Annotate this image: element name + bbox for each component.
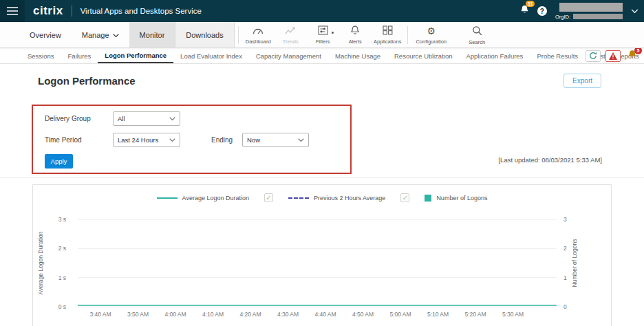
svg-text:5:10 AM: 5:10 AM: [427, 311, 449, 318]
legend-previous-2-hours-average: Previous 2 Hours Average: [288, 195, 385, 202]
monitor-subnav: Sessions Failures Logon Performance Load…: [0, 48, 644, 64]
export-button[interactable]: Export: [564, 74, 601, 88]
alert-error-button[interactable]: [605, 50, 621, 62]
orgid-label: OrgID:: [555, 14, 570, 20]
svg-text:0: 0: [564, 303, 567, 310]
subnav-resource-utilization[interactable]: Resource Utilization: [387, 48, 459, 63]
svg-text:2 s: 2 s: [58, 245, 66, 252]
delivery-group-select[interactable]: All: [113, 111, 180, 126]
hamburger-menu-icon[interactable]: [0, 0, 25, 22]
svg-text:3:50 AM: 3:50 AM: [127, 311, 149, 318]
svg-text:4:40 AM: 4:40 AM: [314, 311, 336, 318]
delivery-group-label: Delivery Group: [45, 115, 91, 122]
nav-tool-search[interactable]: Search: [461, 22, 493, 47]
line-swatch: [157, 197, 178, 199]
nav-tool-trends[interactable]: Trends: [275, 22, 307, 47]
applications-grid-icon: [383, 25, 393, 36]
gear-icon: ⚙: [427, 26, 436, 36]
nav-tab-manage[interactable]: Manage: [72, 22, 129, 47]
svg-text:4:20 AM: 4:20 AM: [239, 311, 261, 318]
nav-tab-overview[interactable]: Overview: [19, 22, 72, 47]
subnav-logon-performance[interactable]: Logon Performance: [98, 48, 173, 63]
redacted-account-name: [559, 3, 623, 12]
last-updated-text: [Last updated: 08/03/2021 5:33 AM]: [498, 156, 602, 164]
exclamation-icon: [609, 50, 617, 63]
square-swatch: [425, 195, 431, 202]
legend-checkbox-previous-2-hours-average[interactable]: ✓: [400, 193, 409, 202]
page-title: Logon Performance: [38, 75, 136, 87]
svg-text:Number of Logons: Number of Logons: [571, 239, 578, 287]
account-block: OrgID:: [555, 3, 623, 20]
refresh-icon: [589, 50, 597, 63]
ending-label: Ending: [211, 136, 233, 144]
filters-dropdown-dot: [332, 32, 334, 34]
svg-text:4:50 AM: 4:50 AM: [352, 311, 374, 318]
section-divider: [0, 177, 644, 178]
account-chevron-down-icon[interactable]: [631, 9, 638, 14]
nav-tool-applications[interactable]: Applications: [372, 22, 404, 47]
ending-select[interactable]: Now: [242, 133, 309, 147]
chevron-down-icon: [113, 31, 119, 39]
svg-text:3: 3: [564, 216, 567, 223]
nav-separator: [407, 26, 408, 44]
topbar-divider: [72, 6, 72, 17]
legend-checkbox-average-logon-duration[interactable]: ✓: [264, 193, 273, 202]
nav-tab-monitor[interactable]: Monitor: [129, 22, 175, 47]
nav-tool-filters[interactable]: Filters: [307, 22, 339, 47]
legend-number-of-logons: Number of Logons: [425, 195, 487, 202]
refresh-button[interactable]: [586, 50, 601, 62]
svg-text:1 s: 1 s: [58, 274, 66, 281]
notifications-bell-icon[interactable]: 11: [520, 5, 529, 17]
chevron-down-icon: [169, 115, 175, 122]
svg-text:5:00 AM: 5:00 AM: [389, 311, 411, 318]
nav-separator: [238, 26, 239, 44]
subnav-load-evaluator-index[interactable]: Load Evaluator Index: [173, 48, 249, 63]
apply-button[interactable]: Apply: [45, 154, 73, 169]
subnav-failures[interactable]: Failures: [61, 48, 98, 63]
svg-text:0 s: 0 s: [58, 303, 66, 310]
svg-text:1: 1: [564, 274, 567, 281]
dashboard-gauge-icon: [253, 25, 264, 36]
filters-icon: [318, 25, 328, 36]
nav-tab-downloads[interactable]: Downloads: [175, 22, 234, 47]
subnav-actions: 5: [586, 50, 637, 63]
app-title: Virtual Apps and Desktops Service: [80, 7, 202, 15]
alerts-bell-icon: [350, 25, 360, 36]
nav-tool-configuration[interactable]: ⚙ Configuration: [411, 22, 451, 47]
svg-text:4:30 AM: 4:30 AM: [277, 311, 299, 318]
subnav-capacity-management[interactable]: Capacity Management: [249, 48, 328, 63]
search-icon: [472, 25, 482, 37]
alarm-bell-icon[interactable]: 5: [627, 50, 637, 63]
citrix-logo: citrix: [33, 4, 63, 18]
trends-chart-icon: [285, 25, 296, 36]
svg-text:3:40 AM: 3:40 AM: [89, 311, 111, 318]
legend-average-logon-duration: Average Logon Duration: [157, 195, 249, 202]
svg-text:3 s: 3 s: [58, 216, 66, 223]
notification-badge: 11: [526, 1, 535, 7]
nav-tool-alerts[interactable]: Alerts: [339, 22, 372, 47]
logon-performance-chart-card: Average Logon Duration ✓ Previous 2 Hour…: [32, 184, 612, 326]
top-bar: citrix Virtual Apps and Desktops Service…: [0, 0, 644, 22]
svg-text:5:20 AM: 5:20 AM: [464, 311, 486, 318]
app-window: citrix Virtual Apps and Desktops Service…: [0, 0, 644, 326]
chevron-down-icon: [169, 136, 175, 144]
svg-text:Average Logon Duration: Average Logon Duration: [37, 231, 44, 294]
main-nav: Overview Manage Monitor Downloads Dashbo…: [0, 22, 644, 48]
time-period-select[interactable]: Last 24 Hours: [113, 133, 180, 147]
help-icon[interactable]: ?: [537, 6, 547, 16]
dashed-line-swatch: [288, 197, 309, 199]
nav-tool-dashboard[interactable]: Dashboard: [242, 22, 275, 47]
redacted-orgid: [573, 14, 623, 19]
subnav-probe-results[interactable]: Probe Results: [530, 48, 585, 63]
subnav-application-failures[interactable]: Application Failures: [459, 48, 530, 63]
svg-text:4:10 AM: 4:10 AM: [202, 311, 224, 318]
topbar-right: 11 ? OrgID:: [520, 3, 644, 20]
svg-text:2: 2: [564, 245, 567, 252]
time-period-label: Time Period: [45, 136, 82, 144]
subnav-machine-usage[interactable]: Machine Usage: [328, 48, 387, 63]
logon-performance-chart: 0 s01 s12 s23 s33:40 AM3:50 AM4:00 AM4:1…: [33, 206, 611, 324]
chart-legend: Average Logon Duration ✓ Previous 2 Hour…: [33, 193, 611, 202]
subnav-sessions[interactable]: Sessions: [21, 48, 61, 63]
chevron-down-icon: [298, 136, 304, 144]
svg-text:4:00 AM: 4:00 AM: [164, 311, 186, 318]
